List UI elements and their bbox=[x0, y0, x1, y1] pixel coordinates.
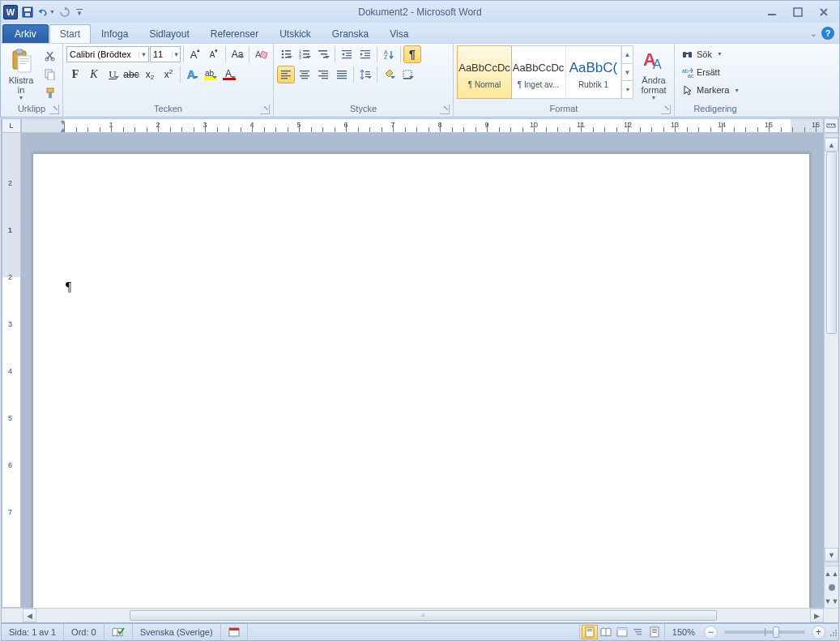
copy-button[interactable] bbox=[41, 66, 59, 83]
font-name-input[interactable] bbox=[67, 49, 139, 59]
page[interactable]: ¶ bbox=[32, 153, 810, 608]
vertical-ruler[interactable]: 123456721 bbox=[2, 133, 21, 608]
bold-button[interactable]: F bbox=[66, 66, 84, 83]
redo-button[interactable] bbox=[56, 3, 74, 21]
borders-button[interactable] bbox=[399, 66, 416, 83]
outline-view-button[interactable] bbox=[630, 625, 646, 639]
tab-visa[interactable]: Visa bbox=[379, 24, 419, 43]
clipboard-launcher[interactable]: ⤡ bbox=[49, 105, 59, 114]
page-status[interactable]: Sida: 1 av 1 bbox=[2, 624, 64, 640]
macro-status[interactable] bbox=[221, 624, 248, 640]
subscript-button[interactable]: x2 bbox=[141, 66, 159, 83]
shrink-font-button[interactable]: A▾ bbox=[205, 45, 223, 63]
styles-gallery[interactable]: AaBbCcDc¶ NormalAaBbCcDc¶ Inget av...AaB… bbox=[457, 45, 633, 99]
underline-button[interactable]: U bbox=[104, 66, 122, 83]
word-count[interactable]: Ord: 0 bbox=[64, 624, 104, 640]
save-button[interactable] bbox=[19, 3, 36, 21]
superscript-button[interactable]: x2 bbox=[160, 66, 177, 83]
style-item[interactable]: AaBbC(Rubrik 1 bbox=[566, 46, 621, 98]
scroll-up-button[interactable]: ▲ bbox=[825, 138, 838, 152]
style-item[interactable]: AaBbCcDc¶ Inget av... bbox=[511, 46, 566, 98]
tab-selector[interactable]: L bbox=[2, 118, 21, 133]
bullets-button[interactable] bbox=[277, 45, 295, 63]
gallery-down-button[interactable]: ▼ bbox=[622, 64, 633, 82]
maximize-button[interactable] bbox=[789, 6, 807, 19]
file-tab[interactable]: Arkiv bbox=[2, 24, 49, 43]
scroll-left-button[interactable]: ◀ bbox=[23, 609, 36, 622]
align-left-button[interactable] bbox=[277, 66, 295, 83]
text-effects-button[interactable]: A bbox=[183, 66, 201, 83]
zoom-out-button[interactable]: − bbox=[704, 626, 718, 639]
print-layout-view-button[interactable] bbox=[582, 625, 598, 639]
scroll-down-button[interactable]: ▼ bbox=[825, 548, 838, 562]
tab-granska[interactable]: Granska bbox=[322, 24, 379, 43]
change-styles-button[interactable]: AA Ändra format ▼ bbox=[637, 45, 671, 103]
tab-infoga[interactable]: Infoga bbox=[91, 24, 139, 43]
align-right-button[interactable] bbox=[314, 66, 332, 83]
font-size-combo[interactable]: ▼ bbox=[150, 46, 181, 62]
style-item[interactable]: AaBbCcDc¶ Normal bbox=[457, 45, 512, 99]
show-paragraph-marks-button[interactable]: ¶ bbox=[403, 45, 421, 63]
minimize-ribbon-button[interactable]: ⌄ bbox=[810, 29, 817, 38]
clear-formatting-button[interactable]: A bbox=[252, 45, 270, 63]
close-button[interactable] bbox=[815, 6, 833, 19]
resize-grip[interactable] bbox=[827, 627, 838, 637]
line-spacing-button[interactable] bbox=[356, 66, 374, 83]
grow-font-button[interactable]: A▴ bbox=[186, 45, 204, 63]
increase-indent-button[interactable] bbox=[356, 45, 374, 63]
language-status[interactable]: Svenska (Sverige) bbox=[133, 624, 221, 640]
qat-customize-button[interactable]: ▼ bbox=[75, 3, 84, 21]
shading-button[interactable] bbox=[380, 66, 398, 83]
cut-button[interactable] bbox=[41, 47, 59, 65]
replace-button[interactable]: abac Ersätt bbox=[678, 64, 744, 80]
horizontal-ruler[interactable]: 12345678910111213141516▾▴▫ bbox=[21, 118, 824, 133]
vscroll-thumb[interactable] bbox=[826, 152, 837, 334]
styles-launcher[interactable]: ⤡ bbox=[661, 105, 671, 114]
select-browse-object-button[interactable] bbox=[825, 580, 838, 594]
tab-utskick[interactable]: Utskick bbox=[269, 24, 322, 43]
find-button[interactable]: Sök ▼ bbox=[678, 46, 744, 62]
spellcheck-status[interactable] bbox=[104, 624, 133, 640]
sort-button[interactable]: AZ bbox=[380, 45, 398, 63]
prev-page-button[interactable]: ▲▲ bbox=[825, 566, 838, 580]
strikethrough-button[interactable]: abc bbox=[122, 66, 140, 83]
font-name-combo[interactable]: ▼ bbox=[66, 46, 149, 62]
highlight-button[interactable]: ab bbox=[202, 66, 220, 83]
word-app-icon[interactable]: W bbox=[3, 5, 18, 19]
zoom-slider-handle[interactable] bbox=[773, 626, 779, 638]
vertical-scrollbar[interactable]: ▲ ▼ ▲▲ ▼▼ bbox=[824, 133, 838, 608]
help-button[interactable]: ? bbox=[821, 27, 834, 40]
tab-referenser[interactable]: Referenser bbox=[200, 24, 269, 43]
select-button[interactable]: Markera ▼ bbox=[678, 82, 744, 98]
multilevel-list-button[interactable] bbox=[314, 45, 332, 63]
horizontal-scrollbar[interactable]: ◀ ≡ ▶ bbox=[2, 608, 838, 622]
format-painter-button[interactable] bbox=[41, 84, 59, 102]
ruler-toggle-button[interactable] bbox=[824, 118, 838, 133]
document-area[interactable]: ¶ bbox=[21, 133, 824, 608]
draft-view-button[interactable] bbox=[646, 625, 663, 639]
zoom-level[interactable]: 150% bbox=[665, 624, 702, 640]
tab-start[interactable]: Start bbox=[49, 24, 91, 43]
numbering-button[interactable]: 123 bbox=[296, 45, 313, 63]
font-size-input[interactable] bbox=[151, 49, 172, 59]
font-color-button[interactable]: A bbox=[220, 66, 238, 83]
tab-sidlayout[interactable]: Sidlayout bbox=[139, 24, 199, 43]
align-center-button[interactable] bbox=[296, 66, 313, 83]
justify-button[interactable] bbox=[333, 66, 351, 83]
fullscreen-reading-view-button[interactable] bbox=[598, 625, 614, 639]
font-launcher[interactable]: ⤡ bbox=[260, 105, 270, 114]
undo-button[interactable]: ▼ bbox=[37, 3, 55, 21]
next-page-button[interactable]: ▼▼ bbox=[825, 594, 838, 608]
paragraph-launcher[interactable]: ⤡ bbox=[440, 105, 450, 114]
gallery-up-button[interactable]: ▲ bbox=[622, 46, 633, 64]
hscroll-thumb[interactable]: ≡ bbox=[130, 610, 718, 621]
scroll-right-button[interactable]: ▶ bbox=[810, 609, 824, 622]
italic-button[interactable]: K bbox=[85, 66, 103, 83]
zoom-in-button[interactable]: + bbox=[812, 626, 825, 639]
paste-button[interactable]: Klistra in ▼ bbox=[4, 45, 38, 103]
minimize-button[interactable] bbox=[763, 6, 781, 19]
change-case-button[interactable]: Aa bbox=[228, 45, 246, 63]
web-layout-view-button[interactable] bbox=[614, 625, 630, 639]
decrease-indent-button[interactable] bbox=[338, 45, 356, 63]
gallery-more-button[interactable]: ▾ bbox=[622, 81, 633, 98]
